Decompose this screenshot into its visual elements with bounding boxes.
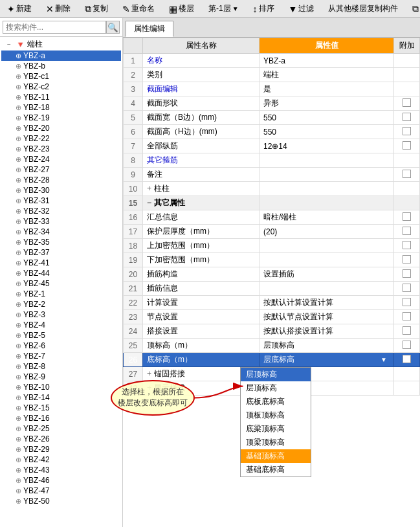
attr-val[interactable]: 按默认计算设置计算 [260, 296, 394, 310]
attr-val[interactable]: (20) [260, 225, 394, 239]
tree-item[interactable]: ⊕ YBZ-9 [1, 372, 121, 382]
attr-val[interactable] [260, 153, 394, 168]
attr-add[interactable] [394, 353, 420, 367]
attr-name[interactable]: +柱柱 [143, 182, 260, 196]
attr-name[interactable]: 截面编辑 [143, 82, 260, 96]
tree-item[interactable]: ⊕ YBZ-c1 [1, 71, 121, 82]
tree-item[interactable]: ⊕ YBZ-19 [1, 113, 121, 123]
tree-item[interactable]: ⊕ YBZ-c2 [1, 82, 121, 92]
attr-add[interactable] [394, 96, 420, 111]
filter-button[interactable]: ▼ 过滤 [284, 1, 319, 16]
tree-item[interactable]: ⊕ YBZ-33 [1, 216, 121, 227]
tree-item[interactable]: ⊕ YBZ-b [1, 61, 121, 71]
new-button[interactable]: ✦ 新建 [3, 1, 36, 16]
attr-val[interactable]: 12⊕14 [260, 139, 394, 153]
dropdown-item[interactable]: 底梁顶标高 [241, 422, 311, 436]
attr-name[interactable]: 其它箍筋 [143, 153, 260, 168]
attr-val[interactable]: 层底标高 ▼ [260, 353, 394, 367]
checkbox[interactable] [403, 241, 411, 249]
attr-name[interactable]: 名称 [143, 54, 260, 68]
checkbox[interactable] [403, 341, 411, 349]
tree-item[interactable]: ⊕ YBZ-27 [1, 164, 121, 175]
toggle-icon[interactable]: − [5, 41, 13, 48]
tree-item[interactable]: ⊕ YBZ-37 [1, 247, 121, 258]
tree-item[interactable]: ⊕ YBZ-31 [1, 196, 121, 206]
attr-val[interactable]: YBZ-a [260, 54, 394, 68]
attr-add[interactable] [394, 253, 420, 267]
attr-add[interactable] [394, 282, 420, 296]
checkbox[interactable] [403, 326, 411, 335]
tree-item[interactable]: ⊕ YBZ-1 [1, 289, 121, 299]
attr-add[interactable] [394, 267, 420, 282]
attr-val[interactable] [260, 282, 394, 296]
dropdown-item[interactable]: 层顶标高 [241, 381, 311, 395]
attr-val[interactable]: 是 [260, 82, 394, 96]
attr-val[interactable]: 暗柱/端柱 [260, 210, 394, 225]
dropdown-menu[interactable]: 层顶标高层顶标高底板底标高顶板顶标高底梁顶标高顶梁顶标高基础顶标高基础底标高 [240, 367, 311, 477]
attr-add[interactable] [394, 239, 420, 253]
attr-val[interactable] [260, 253, 394, 267]
tree-item[interactable]: ⊕ YBZ-23 [1, 144, 121, 154]
tree-item[interactable]: ⊕ YBZ-24 [1, 154, 121, 164]
tree-item[interactable]: ⊕ YBZ-25 [1, 423, 121, 434]
tree-item[interactable]: ⊕ YBZ-16 [1, 413, 121, 423]
dropdown-item[interactable]: 底板底标高 [241, 395, 311, 409]
checkbox[interactable] [403, 113, 411, 121]
checkbox[interactable] [403, 298, 411, 306]
attr-add[interactable] [394, 139, 420, 153]
tree-item[interactable]: ⊕ YBZ-35 [1, 237, 121, 247]
checkbox[interactable] [403, 227, 411, 235]
dropdown-item[interactable]: 基础顶标高 [241, 449, 311, 463]
tree-item[interactable]: ⊕ YBZ-44 [1, 268, 121, 278]
tree-item[interactable]: ⊕ YBZ-22 [1, 133, 121, 144]
checkbox[interactable] [403, 141, 411, 150]
tree-item[interactable]: ⊕ YBZ-45 [1, 278, 121, 289]
floor-button[interactable]: ▦ 楼层 [164, 1, 199, 16]
attr-val[interactable]: 550 [260, 111, 394, 125]
attr-add[interactable] [394, 125, 420, 139]
tree-item[interactable]: ⊕ YBZ-4 [1, 320, 121, 330]
attr-add[interactable] [394, 111, 420, 125]
tree-item[interactable]: ⊕ YBZ-2 [1, 299, 121, 309]
tree-item[interactable]: ⊕ YBZ-41 [1, 258, 121, 268]
checkbox[interactable] [403, 312, 411, 320]
tree-item[interactable]: ⊕ YBZ-43 [1, 465, 121, 475]
delete-button[interactable]: ✕ 删除 [41, 1, 75, 16]
attr-val[interactable]: 层顶标高 [260, 339, 394, 353]
tree-item[interactable]: ⊕ YBZ-50 [1, 496, 121, 506]
tree-item[interactable]: ⊕ YBZ-32 [1, 206, 121, 216]
tree-item[interactable]: ⊕ YBZ-42 [1, 454, 121, 465]
tree-root[interactable]: − 🔻 端柱 [1, 38, 121, 50]
checkbox[interactable] [403, 98, 411, 107]
expand-icon[interactable]: + [147, 383, 151, 392]
tree-item[interactable]: ⊕ YBZ-26 [1, 434, 121, 444]
tree-item[interactable]: ⊕ YBZ-10 [1, 382, 121, 392]
attr-val[interactable]: 异形 [260, 96, 394, 111]
tree-item[interactable]: ⊕ YBZ-15 [1, 403, 121, 413]
tab-property-edit[interactable]: 属性编辑 [126, 21, 173, 37]
tree-item[interactable]: ⊕ YBZ-18 [1, 102, 121, 113]
search-input[interactable] [3, 21, 106, 34]
tree-item[interactable]: ⊕ YBZ-29 [1, 444, 121, 454]
copy-button[interactable]: ⧉ 复制 [80, 1, 113, 16]
checkbox[interactable] [403, 269, 411, 278]
attr-val[interactable]: 设置插筋 [260, 267, 394, 282]
tree-item[interactable]: ⊕ YBZ-a [1, 50, 121, 61]
attr-add[interactable] [394, 168, 420, 182]
sort-button[interactable]: ↕ 排序 [249, 1, 279, 16]
tree-item[interactable]: ⊕ YBZ-20 [1, 123, 121, 133]
tree-item[interactable]: ⊕ YBZ-14 [1, 392, 121, 403]
tree-item[interactable]: ⊕ YBZ-46 [1, 475, 121, 486]
attr-val[interactable] [260, 239, 394, 253]
attr-add[interactable] [394, 324, 420, 339]
checkbox[interactable] [403, 355, 411, 363]
tree-item[interactable]: ⊕ YBZ-6 [1, 341, 121, 351]
attr-name[interactable]: −其它属性 [143, 196, 260, 210]
checkbox[interactable] [403, 170, 411, 178]
tree-item[interactable]: ⊕ YBZ-3 [1, 309, 121, 320]
attr-val[interactable]: 按默认节点设置计算 [260, 310, 394, 324]
tree-item[interactable]: ⊕ YBZ-7 [1, 351, 121, 361]
dropdown-item[interactable]: 基础底标高 [241, 463, 311, 477]
attr-val[interactable] [260, 168, 394, 182]
collapse-icon[interactable]: − [147, 198, 151, 207]
